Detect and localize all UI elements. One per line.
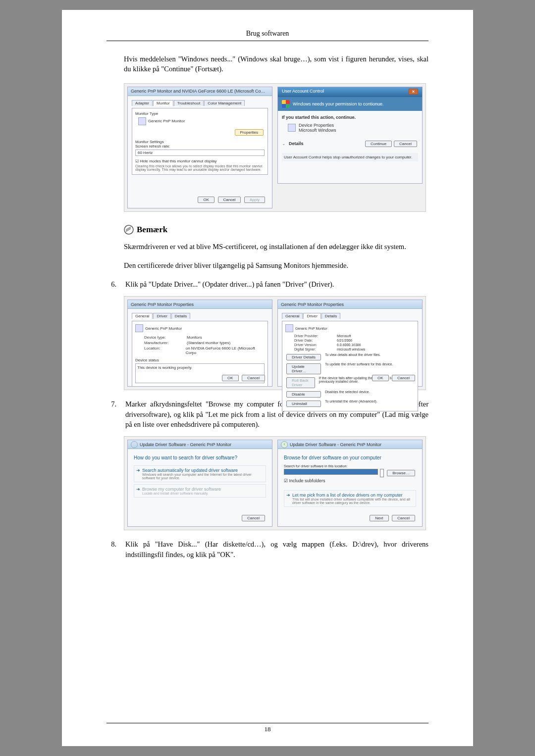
device-properties-driver-dialog: Generic PnP Monitor Properties General D… — [277, 300, 423, 387]
back-icon[interactable]: ‹ — [281, 441, 288, 448]
pick-list-head[interactable]: Let me pick from a list of device driver… — [292, 493, 414, 498]
dialog-tabs: Adapter Monitor Troubleshoot Color Manag… — [132, 100, 268, 106]
document-page: Brug softwaren Hvis meddelelsen "Windows… — [62, 10, 473, 746]
browse-button[interactable]: Browse… — [387, 470, 415, 476]
uac-details-label[interactable]: Details — [289, 141, 364, 146]
cancel-button[interactable]: Cancel — [242, 375, 265, 381]
include-subfolders-checkbox[interactable]: ☑ — [284, 478, 289, 483]
program-icon — [288, 124, 296, 132]
uac-started-text: If you started this action, continue. — [282, 115, 418, 120]
figure-3: Update Driver Software - Generic PnP Mon… — [124, 436, 426, 530]
hide-modes-desc: Clearing this check box allows you to se… — [135, 164, 265, 171]
cancel-button[interactable]: Cancel — [392, 375, 415, 381]
step-6-text: Klik på "Update Driver..." (Opdater driv… — [125, 279, 428, 289]
update-driver-wizard-2: ‹ Update Driver Software - Generic PnP M… — [277, 440, 423, 527]
arrow-icon: ➔ — [286, 493, 290, 504]
tab-driver[interactable]: Driver — [153, 313, 170, 319]
update-driver-wizard-1: Update Driver Software - Generic PnP Mon… — [127, 440, 272, 527]
note-icon — [124, 225, 134, 235]
figure-1: Generic PnP Monitor and NVIDIA GeForce 6… — [124, 83, 426, 212]
dialog-title: Update Driver Software - Generic PnP Mon… — [128, 440, 272, 449]
monitor-icon — [138, 117, 146, 125]
driver-details-button[interactable]: Driver Details — [286, 354, 321, 360]
note-line-2: Den certificerede driver bliver tilgænge… — [124, 260, 428, 270]
provider-value: Microsoft — [337, 334, 351, 338]
device-type-value: Monitors — [187, 335, 202, 340]
tab-details[interactable]: Details — [171, 313, 190, 319]
date-label: Driver Date: — [294, 339, 334, 342]
ok-button[interactable]: OK — [222, 375, 239, 381]
intro-paragraph: Hvis meddelelsen "Windows needs..." (Win… — [124, 54, 428, 74]
search-label: Search for driver software in this locat… — [284, 464, 418, 468]
refresh-rate-label: Screen refresh rate: — [135, 144, 265, 149]
step-7-num: 7. — [107, 399, 116, 429]
wizard-heading: Browse for driver software on your compu… — [284, 455, 418, 460]
location-label: Location: — [144, 346, 183, 355]
step-8-text: Klik på "Have Disk..." (Har diskette/cd…… — [125, 539, 428, 559]
disable-button[interactable]: Disable — [286, 391, 321, 398]
note-label: Bemærk — [137, 225, 167, 235]
monitor-settings-label: Monitor Settings — [135, 140, 265, 144]
tab-driver[interactable]: Driver — [303, 313, 321, 319]
cancel-button[interactable]: Cancel — [394, 141, 417, 147]
dialog-tabs: General Driver Details — [282, 313, 418, 319]
path-input[interactable] — [284, 469, 378, 475]
wizard-title: Update Driver Software - Generic PnP Mon… — [140, 442, 231, 447]
next-button[interactable]: Next — [370, 515, 388, 521]
continue-button[interactable]: Continue — [365, 141, 392, 147]
uninstall-desc: To uninstall the driver (Advanced). — [325, 400, 377, 408]
device-heading: Generic PnP Monitor — [145, 326, 182, 331]
tab-monitor[interactable]: Monitor — [153, 100, 173, 106]
update-driver-button[interactable]: Update Driver… — [286, 363, 321, 374]
arrow-icon: ➔ — [136, 487, 140, 495]
uac-banner: Windows needs your permission to contion… — [278, 97, 422, 111]
ok-button[interactable]: OK — [372, 375, 389, 381]
refresh-rate-select[interactable]: 60 Hertz — [135, 150, 265, 156]
rollback-driver-button[interactable]: Roll Back Driver — [286, 377, 315, 388]
tab-general[interactable]: General — [132, 313, 153, 319]
dialog-title: ‹ Update Driver Software - Generic PnP M… — [278, 440, 422, 449]
apply-button[interactable]: Apply — [244, 197, 265, 203]
page-number: 18 — [62, 725, 473, 733]
dialog-tabs: General Driver Details — [132, 313, 268, 319]
dropdown-icon[interactable] — [380, 469, 384, 477]
step-6-num: 6. — [107, 279, 116, 289]
monitor-type-value: Generic PnP Monitor — [148, 119, 185, 123]
device-heading: Generic PnP Monitor — [295, 327, 327, 330]
page-header-title: Brug softwaren — [107, 30, 428, 38]
back-icon[interactable] — [131, 441, 138, 448]
cancel-button[interactable]: Cancel — [242, 515, 265, 521]
header-divider — [107, 41, 428, 41]
uac-banner-text: Windows needs your permission to contion… — [293, 101, 384, 106]
version-label: Driver Version: — [294, 343, 334, 347]
tab-adapter[interactable]: Adapter — [132, 100, 153, 106]
hide-modes-checkbox[interactable]: ☑ — [135, 159, 140, 163]
dialog-title: Generic PnP Monitor Properties — [128, 300, 272, 309]
uac-title-bar: User Account Control × — [278, 87, 422, 97]
signer-value: microsoft windows — [337, 348, 365, 351]
chevron-down-icon[interactable]: ⌄ — [282, 141, 286, 146]
tab-general[interactable]: General — [282, 313, 303, 319]
footer-divider — [107, 723, 428, 723]
uac-device-props: Device Properties — [299, 123, 336, 128]
close-icon[interactable]: × — [409, 89, 418, 95]
ok-button[interactable]: OK — [198, 197, 214, 203]
properties-button[interactable]: Properties — [235, 129, 264, 136]
wizard-title: Update Driver Software - Generic PnP Mon… — [290, 442, 381, 447]
cancel-button[interactable]: Cancel — [392, 515, 415, 521]
opt1-head[interactable]: Search automatically for updated driver … — [142, 468, 264, 473]
date-value: 6/21/2006 — [337, 339, 352, 342]
tab-color[interactable]: Color Management — [204, 100, 245, 106]
provider-label: Driver Provider: — [294, 334, 334, 338]
tab-troubleshoot[interactable]: Troubleshoot — [174, 100, 204, 106]
arrow-icon: ➔ — [136, 468, 140, 480]
cancel-button[interactable]: Cancel — [218, 197, 241, 203]
include-subfolders-label: Include subfolders — [289, 478, 325, 483]
opt1-desc: Windows will search your computer and th… — [142, 473, 264, 480]
uninstall-button[interactable]: Uninstall — [286, 401, 321, 407]
manufacturer-label: Manufacturer: — [144, 341, 184, 345]
tab-details[interactable]: Details — [321, 313, 340, 319]
opt2-head[interactable]: Browse my computer for driver software — [142, 487, 221, 492]
dialog-title: Generic PnP Monitor and NVIDIA GeForce 6… — [128, 87, 272, 96]
version-value: 6.0.6000.16386 — [337, 343, 361, 347]
